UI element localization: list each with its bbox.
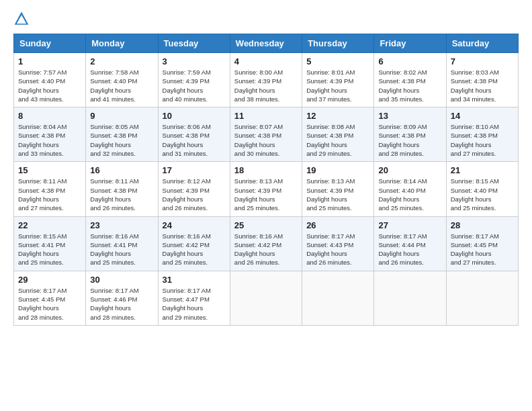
calendar-cell: 21 Sunrise: 8:15 AM Sunset: 4:40 PM Dayl… bbox=[446, 162, 518, 216]
calendar-cell: 8 Sunrise: 8:04 AM Sunset: 4:38 PM Dayli… bbox=[14, 107, 86, 162]
day-number: 8 bbox=[18, 111, 81, 121]
day-info: Sunrise: 8:08 AM Sunset: 4:38 PM Dayligh… bbox=[306, 122, 369, 158]
calendar-cell: 31 Sunrise: 8:17 AM Sunset: 4:47 PM Dayl… bbox=[158, 271, 230, 325]
calendar-cell: 7 Sunrise: 8:03 AM Sunset: 4:38 PM Dayli… bbox=[446, 53, 518, 107]
weekday-header-saturday: Saturday bbox=[446, 34, 518, 53]
day-info: Sunrise: 8:02 AM Sunset: 4:38 PM Dayligh… bbox=[378, 68, 441, 103]
calendar-week-4: 22 Sunrise: 8:15 AM Sunset: 4:41 PM Dayl… bbox=[14, 216, 519, 271]
day-info: Sunrise: 8:05 AM Sunset: 4:38 PM Dayligh… bbox=[90, 122, 153, 158]
day-info: Sunrise: 8:07 AM Sunset: 4:38 PM Dayligh… bbox=[234, 122, 298, 158]
calendar-cell: 12 Sunrise: 8:08 AM Sunset: 4:38 PM Dayl… bbox=[302, 107, 374, 162]
day-info: Sunrise: 8:11 AM Sunset: 4:38 PM Dayligh… bbox=[18, 177, 81, 212]
calendar-cell bbox=[446, 271, 518, 325]
day-number: 2 bbox=[90, 56, 153, 66]
weekday-header-monday: Monday bbox=[86, 34, 158, 53]
day-info: Sunrise: 8:09 AM Sunset: 4:38 PM Dayligh… bbox=[378, 122, 441, 158]
calendar-cell: 30 Sunrise: 8:17 AM Sunset: 4:46 PM Dayl… bbox=[86, 271, 158, 325]
weekday-header-friday: Friday bbox=[374, 34, 446, 53]
day-number: 28 bbox=[451, 220, 514, 230]
day-info: Sunrise: 8:17 AM Sunset: 4:43 PM Dayligh… bbox=[306, 232, 369, 267]
weekday-header-wednesday: Wednesday bbox=[230, 34, 302, 53]
day-number: 23 bbox=[90, 220, 153, 230]
day-info: Sunrise: 8:00 AM Sunset: 4:39 PM Dayligh… bbox=[234, 68, 298, 103]
day-info: Sunrise: 8:03 AM Sunset: 4:38 PM Dayligh… bbox=[451, 68, 514, 103]
day-number: 25 bbox=[234, 220, 298, 230]
day-number: 9 bbox=[90, 111, 153, 121]
day-info: Sunrise: 8:16 AM Sunset: 4:42 PM Dayligh… bbox=[234, 232, 298, 267]
calendar-cell: 29 Sunrise: 8:17 AM Sunset: 4:45 PM Dayl… bbox=[14, 271, 86, 325]
day-info: Sunrise: 8:01 AM Sunset: 4:39 PM Dayligh… bbox=[306, 68, 369, 103]
calendar-cell: 23 Sunrise: 8:16 AM Sunset: 4:41 PM Dayl… bbox=[86, 216, 158, 271]
day-number: 12 bbox=[306, 111, 369, 121]
day-info: Sunrise: 8:17 AM Sunset: 4:47 PM Dayligh… bbox=[163, 286, 226, 322]
calendar-cell: 18 Sunrise: 8:13 AM Sunset: 4:39 PM Dayl… bbox=[230, 162, 302, 216]
day-info: Sunrise: 8:12 AM Sunset: 4:39 PM Dayligh… bbox=[163, 177, 226, 212]
day-number: 22 bbox=[18, 220, 81, 230]
day-number: 1 bbox=[18, 56, 81, 66]
weekday-header-thursday: Thursday bbox=[302, 34, 374, 53]
day-info: Sunrise: 8:06 AM Sunset: 4:38 PM Dayligh… bbox=[163, 122, 226, 158]
calendar-cell: 24 Sunrise: 8:16 AM Sunset: 4:42 PM Dayl… bbox=[158, 216, 230, 271]
calendar-cell: 26 Sunrise: 8:17 AM Sunset: 4:43 PM Dayl… bbox=[302, 216, 374, 271]
calendar-week-1: 1 Sunrise: 7:57 AM Sunset: 4:40 PM Dayli… bbox=[14, 53, 519, 107]
day-number: 16 bbox=[90, 165, 153, 175]
day-number: 20 bbox=[378, 165, 441, 175]
weekday-header-sunday: Sunday bbox=[14, 34, 86, 53]
page-header bbox=[13, 11, 519, 27]
day-number: 4 bbox=[234, 56, 298, 66]
calendar-cell bbox=[302, 271, 374, 325]
day-number: 30 bbox=[90, 275, 153, 285]
calendar-cell: 19 Sunrise: 8:13 AM Sunset: 4:39 PM Dayl… bbox=[302, 162, 374, 216]
day-number: 19 bbox=[306, 165, 369, 175]
day-info: Sunrise: 8:13 AM Sunset: 4:39 PM Dayligh… bbox=[234, 177, 298, 212]
calendar-cell: 14 Sunrise: 8:10 AM Sunset: 4:38 PM Dayl… bbox=[446, 107, 518, 162]
calendar-cell: 11 Sunrise: 8:07 AM Sunset: 4:38 PM Dayl… bbox=[230, 107, 302, 162]
calendar-cell: 25 Sunrise: 8:16 AM Sunset: 4:42 PM Dayl… bbox=[230, 216, 302, 271]
day-number: 17 bbox=[163, 165, 226, 175]
day-number: 31 bbox=[163, 275, 226, 285]
day-info: Sunrise: 8:17 AM Sunset: 4:45 PM Dayligh… bbox=[18, 286, 81, 322]
logo bbox=[13, 11, 32, 27]
calendar-cell: 13 Sunrise: 8:09 AM Sunset: 4:38 PM Dayl… bbox=[374, 107, 446, 162]
calendar-cell: 1 Sunrise: 7:57 AM Sunset: 4:40 PM Dayli… bbox=[14, 53, 86, 107]
day-number: 10 bbox=[163, 111, 226, 121]
calendar-week-2: 8 Sunrise: 8:04 AM Sunset: 4:38 PM Dayli… bbox=[14, 107, 519, 162]
day-info: Sunrise: 8:14 AM Sunset: 4:40 PM Dayligh… bbox=[378, 177, 441, 212]
day-info: Sunrise: 7:59 AM Sunset: 4:39 PM Dayligh… bbox=[163, 68, 226, 103]
day-number: 6 bbox=[378, 56, 441, 66]
calendar-cell: 27 Sunrise: 8:17 AM Sunset: 4:44 PM Dayl… bbox=[374, 216, 446, 271]
calendar-table: SundayMondayTuesdayWednesdayThursdayFrid… bbox=[13, 34, 519, 326]
day-number: 11 bbox=[234, 111, 298, 121]
calendar-cell: 10 Sunrise: 8:06 AM Sunset: 4:38 PM Dayl… bbox=[158, 107, 230, 162]
day-info: Sunrise: 8:15 AM Sunset: 4:41 PM Dayligh… bbox=[18, 232, 81, 267]
day-info: Sunrise: 7:57 AM Sunset: 4:40 PM Dayligh… bbox=[18, 68, 81, 103]
day-number: 5 bbox=[306, 56, 369, 66]
day-number: 3 bbox=[163, 56, 226, 66]
calendar-week-3: 15 Sunrise: 8:11 AM Sunset: 4:38 PM Dayl… bbox=[14, 162, 519, 216]
day-number: 29 bbox=[18, 275, 81, 285]
calendar-cell: 4 Sunrise: 8:00 AM Sunset: 4:39 PM Dayli… bbox=[230, 53, 302, 107]
calendar-cell bbox=[374, 271, 446, 325]
calendar-cell: 20 Sunrise: 8:14 AM Sunset: 4:40 PM Dayl… bbox=[374, 162, 446, 216]
day-info: Sunrise: 8:11 AM Sunset: 4:38 PM Dayligh… bbox=[90, 177, 153, 212]
day-number: 21 bbox=[451, 165, 514, 175]
calendar-cell: 22 Sunrise: 8:15 AM Sunset: 4:41 PM Dayl… bbox=[14, 216, 86, 271]
calendar-week-5: 29 Sunrise: 8:17 AM Sunset: 4:45 PM Dayl… bbox=[14, 271, 519, 325]
day-info: Sunrise: 8:17 AM Sunset: 4:45 PM Dayligh… bbox=[451, 232, 514, 267]
day-number: 26 bbox=[306, 220, 369, 230]
day-info: Sunrise: 8:13 AM Sunset: 4:39 PM Dayligh… bbox=[306, 177, 369, 212]
day-number: 27 bbox=[378, 220, 441, 230]
weekday-header-row: SundayMondayTuesdayWednesdayThursdayFrid… bbox=[14, 34, 519, 53]
day-info: Sunrise: 8:15 AM Sunset: 4:40 PM Dayligh… bbox=[451, 177, 514, 212]
day-number: 15 bbox=[18, 165, 81, 175]
weekday-header-tuesday: Tuesday bbox=[158, 34, 230, 53]
calendar-cell: 9 Sunrise: 8:05 AM Sunset: 4:38 PM Dayli… bbox=[86, 107, 158, 162]
day-info: Sunrise: 8:10 AM Sunset: 4:38 PM Dayligh… bbox=[451, 122, 514, 158]
calendar-cell: 5 Sunrise: 8:01 AM Sunset: 4:39 PM Dayli… bbox=[302, 53, 374, 107]
day-number: 18 bbox=[234, 165, 298, 175]
day-number: 13 bbox=[378, 111, 441, 121]
day-number: 7 bbox=[451, 56, 514, 66]
day-number: 14 bbox=[451, 111, 514, 121]
logo-icon bbox=[13, 11, 30, 27]
day-info: Sunrise: 8:17 AM Sunset: 4:46 PM Dayligh… bbox=[90, 286, 153, 322]
